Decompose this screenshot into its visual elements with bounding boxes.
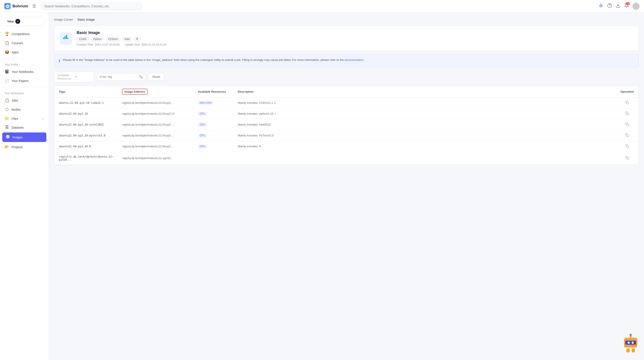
- logo-icon: [4, 3, 11, 9]
- cell-operation-3: [616, 130, 638, 141]
- sidebar-item-courses[interactable]: 📋 Courses: [0, 39, 49, 48]
- copy-button-1[interactable]: [625, 112, 629, 116]
- user-avatar[interactable]: [632, 3, 640, 10]
- tag-r: R: [134, 37, 140, 41]
- sidebar-item-label: Projects: [12, 145, 23, 149]
- image-header-card: Basic Image CUDA Python PyTorch Intel R …: [54, 26, 639, 51]
- hamburger-button[interactable]: ☰: [32, 3, 37, 10]
- copy-button-4[interactable]: [625, 144, 629, 149]
- sidebar-item-nodes[interactable]: ⬡ Nodes: [0, 105, 49, 114]
- creation-time-label: Creation Time: [76, 43, 93, 46]
- sidebar-item-files[interactable]: 📁 Files ↗: [0, 114, 49, 123]
- cell-operation-5: [616, 152, 638, 164]
- cell-description-5: [234, 152, 616, 164]
- cell-operation-2: [616, 119, 638, 130]
- creation-time-value: 2023-11-07 20:33:50: [95, 43, 120, 46]
- cell-description-1: Mainly includes: python3.10, l: [234, 108, 616, 119]
- notification-bell-button[interactable]: 54: [624, 3, 629, 9]
- notebooks-icon: 📓: [4, 69, 9, 74]
- sidebar-item-label: Your Notebooks: [12, 70, 34, 74]
- sidebar-item-label: Courses: [12, 41, 23, 45]
- help-icon-button[interactable]: [607, 3, 612, 9]
- cell-image-address-1: registry.dp.tech/dptech/ubuntu:22.04-py3…: [118, 108, 194, 119]
- download-icon-button[interactable]: [616, 3, 620, 9]
- tag-search-input[interactable]: [100, 75, 137, 79]
- tag-intel: Intel: [122, 37, 132, 41]
- sidebar: New + 🏆 Competitions 📋 Courses 📦 Apps Yo…: [0, 13, 49, 360]
- projects-icon: 📂: [4, 145, 9, 149]
- image-info: Basic Image CUDA Python PyTorch Intel R …: [76, 31, 633, 46]
- copy-button-5[interactable]: [625, 156, 629, 160]
- cell-tags-0: ubuntu:22.04-py3.10-cuda12.1: [54, 97, 118, 108]
- papers-icon: 📄: [4, 79, 9, 83]
- breadcrumb-parent[interactable]: Image Center: [54, 18, 73, 21]
- files-icon: 📁: [4, 116, 9, 121]
- svg-rect-24: [627, 135, 629, 137]
- table-row: ubuntu22.04-py3.10-intel2022 registry.dp…: [54, 119, 638, 130]
- table-row: ubuntu:22.04-py3.10-cuda12.1 registry.dp…: [54, 97, 638, 108]
- cell-resources-1: CPU: [194, 108, 234, 119]
- sidebar-item-competitions[interactable]: 🏆 Competitions: [0, 29, 49, 39]
- datasets-icon: 🗄: [4, 125, 9, 130]
- col-header-operation: Operation: [616, 86, 638, 98]
- sidebar-item-label: Nodes: [12, 108, 20, 111]
- main-content: Image Center › Basic Image: [49, 13, 644, 360]
- copy-button-2[interactable]: [625, 122, 629, 127]
- info-icon: ℹ: [59, 58, 60, 64]
- new-button[interactable]: New +: [4, 17, 45, 26]
- col-header-description: Description: [234, 86, 616, 98]
- sidebar-item-jobs[interactable]: 📋 Jobs: [0, 96, 49, 105]
- notification-count: 54: [626, 2, 630, 5]
- cell-image-address-3: registry.dp.tech/dptech/ubuntu:22.04-py3…: [118, 130, 194, 141]
- svg-point-2: [600, 5, 600, 6]
- col-header-available-resources: Available Resources: [194, 86, 234, 98]
- svg-rect-26: [627, 157, 629, 159]
- filter-row: Available Resources ▾ 🔍 Reset: [54, 72, 639, 82]
- top-right-actions: 54: [598, 3, 640, 10]
- sidebar-item-projects[interactable]: 📂 Projects: [0, 142, 49, 152]
- cell-resources-5: [194, 152, 234, 164]
- app-name: Bohrium: [12, 4, 28, 9]
- svg-rect-17: [64, 36, 66, 37]
- svg-point-12: [7, 136, 8, 137]
- sidebar-item-label: Jobs: [12, 99, 18, 102]
- profile-section-arrow: Your Profile ›: [4, 63, 44, 66]
- profile-section-label[interactable]: Your Profile ›: [0, 61, 49, 67]
- svg-point-20: [64, 39, 64, 40]
- reset-button[interactable]: Reset: [148, 73, 164, 81]
- docker-icon: [60, 32, 72, 45]
- breadcrumb: Image Center › Basic Image: [54, 18, 639, 21]
- cell-operation-0: [616, 97, 638, 108]
- search-icon: 🔍: [139, 75, 143, 79]
- svg-point-6: [601, 4, 601, 4]
- svg-rect-23: [627, 124, 629, 126]
- sidebar-item-label: Competitions: [12, 32, 30, 36]
- jobs-icon: 📋: [4, 98, 9, 103]
- sidebar-item-images[interactable]: Images: [2, 132, 46, 142]
- image-name: Basic Image: [76, 31, 633, 35]
- cell-resources-2: CPU: [194, 119, 234, 130]
- resources-select[interactable]: Available Resources ▾: [54, 72, 94, 82]
- apps-icon: 📦: [4, 50, 9, 55]
- sidebar-item-papers[interactable]: 📄 Your Papers: [0, 76, 49, 85]
- update-time-value: 2023-11-10 15:21:25: [142, 43, 166, 46]
- sidebar-item-apps[interactable]: 📦 Apps: [0, 48, 49, 57]
- cell-description-2: Mainly includes: Intel2022: [234, 119, 616, 130]
- image-tags: CUDA Python PyTorch Intel R: [76, 37, 633, 41]
- copy-button-3[interactable]: [625, 133, 629, 138]
- sidebar-item-datasets[interactable]: 🗄 Datasets: [0, 123, 49, 132]
- competitions-icon: 🏆: [4, 32, 9, 36]
- search-input[interactable]: [40, 3, 142, 10]
- table-row: registry.dp.tech/dptech/ubuntu:22–py310.…: [54, 152, 638, 164]
- cell-tags-1: ubuntu22.04-py3.10: [54, 108, 118, 119]
- documentation-link[interactable]: documentation.: [345, 58, 364, 62]
- files-share-icon: ↗: [42, 117, 44, 120]
- logo: Bohrium: [4, 3, 28, 9]
- robot-icon-button[interactable]: [598, 3, 604, 9]
- sidebar-item-label: Datasets: [12, 126, 24, 129]
- sidebar-item-notebooks[interactable]: 📓 Your Notebooks: [0, 67, 49, 76]
- images-icon: [5, 135, 10, 140]
- cell-tags-2: ubuntu22.04-py3.10-intel2022: [54, 119, 118, 130]
- copy-button-0[interactable]: [625, 101, 629, 105]
- cell-description-4: Mainly includes: R: [234, 141, 616, 152]
